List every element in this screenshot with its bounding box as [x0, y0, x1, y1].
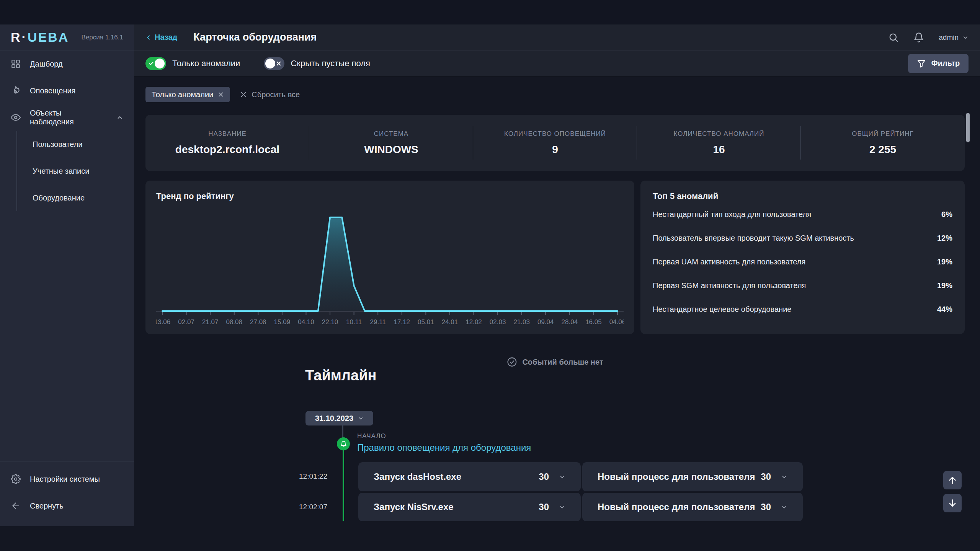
- active-filters-row: Только аномалии Сбросить все: [145, 87, 300, 102]
- scroll-down-button[interactable]: [943, 494, 962, 512]
- no-more-events-notice: Событий больше нет: [507, 357, 603, 367]
- back-button[interactable]: Назад: [145, 33, 177, 42]
- bell-icon[interactable]: [913, 32, 924, 43]
- sidebar-footer: Настройки системы Свернуть: [0, 461, 134, 526]
- event-card[interactable]: Запуск dasHost.exe 30: [358, 462, 581, 491]
- sidebar-item-accounts[interactable]: Учетные записи: [17, 158, 134, 184]
- x-axis-label: 29.11: [370, 318, 386, 326]
- app-root: R·UEBA Версия 1.16.1 Дашборд Оповещения …: [0, 0, 980, 551]
- x-axis-label: 04.10: [298, 318, 314, 326]
- anomaly-row: Нестандартный тип входа для пользователя…: [653, 202, 952, 226]
- page-title: Карточка оборудования: [193, 31, 317, 43]
- chart-title: Тренд по рейтингу: [156, 191, 624, 201]
- sidebar-collapse-button[interactable]: Свернуть: [0, 492, 134, 519]
- brand-logo: R·UEBA Версия 1.16.1: [0, 24, 134, 51]
- top-anomalies-title: Топ 5 аномалий: [653, 191, 952, 201]
- sidebar-item-system-settings[interactable]: Настройки системы: [0, 466, 134, 492]
- sidebar-item-label: Оборудование: [33, 194, 85, 202]
- x-axis-label: 05.01: [418, 318, 434, 326]
- x-axis-label: 02.03: [490, 318, 506, 326]
- stat-total-rating: ОБЩИЙ РЕЙТИНГ 2 255: [801, 115, 965, 171]
- sidebar-item-label: Настройки системы: [30, 475, 100, 484]
- stat-value: 2 255: [869, 143, 896, 156]
- toggle-hide-empty-switch[interactable]: [264, 57, 284, 70]
- user-menu[interactable]: admin: [939, 33, 969, 42]
- stat-label: НАЗВАНИЕ: [208, 130, 247, 138]
- x-axis-label: 10.11: [346, 318, 362, 326]
- timeline-date-value: 31.10.2023: [315, 414, 353, 423]
- x-axis-label: 04.06: [609, 318, 624, 326]
- page-scrollbar-thumb[interactable]: [966, 113, 970, 142]
- event-name: Запуск dasHost.exe: [374, 471, 461, 482]
- chevron-down-icon[interactable]: [559, 474, 565, 480]
- search-icon[interactable]: [888, 32, 899, 43]
- chevron-down-icon[interactable]: [781, 504, 787, 510]
- clear-all-label: Сбросить все: [252, 90, 300, 99]
- sidebar-item-dashboard[interactable]: Дашборд: [0, 51, 134, 77]
- main-content: Только аномалии Сбросить все НАЗВАНИЕ de…: [134, 77, 980, 551]
- chevron-down-icon[interactable]: [559, 504, 565, 510]
- arrow-up-icon: [947, 475, 957, 485]
- x-axis-label: 09.04: [537, 318, 554, 326]
- dashboard-grid-icon: [11, 59, 21, 69]
- sidebar-item-observed-objects[interactable]: Объекты наблюдения: [0, 104, 134, 131]
- x-axis-label: 16.05: [585, 318, 602, 326]
- x-axis-label: 22.10: [322, 318, 338, 326]
- check-circle-icon: [507, 357, 517, 367]
- stat-value: 16: [713, 143, 725, 156]
- username: admin: [939, 33, 959, 42]
- filter-chip-only-anomalies[interactable]: Только аномалии: [145, 87, 230, 102]
- sidebar-item-users[interactable]: Пользователи: [17, 131, 134, 158]
- close-icon[interactable]: [218, 91, 224, 98]
- eye-icon: [11, 112, 21, 122]
- event-score: 30: [761, 502, 771, 512]
- toggle-only-anomalies[interactable]: Только аномалии: [145, 57, 240, 70]
- event-card[interactable]: Новый процесс для пользователя 30: [582, 493, 803, 521]
- toggle-only-anomalies-switch[interactable]: [145, 57, 166, 70]
- sidebar-item-equipment[interactable]: Оборудование: [17, 184, 134, 211]
- sidebar-item-label: Объекты наблюдения: [30, 109, 107, 126]
- sidebar: R·UEBA Версия 1.16.1 Дашборд Оповещения …: [0, 24, 134, 526]
- timeline-date-select[interactable]: 31.10.2023: [305, 411, 373, 425]
- anomaly-percent: 44%: [937, 305, 952, 314]
- event-time: 12:02:07: [281, 503, 327, 511]
- x-axis-label: 24.01: [442, 318, 458, 326]
- page-header: Назад Карточка оборудования admin: [134, 24, 980, 51]
- top-anomalies-list: Нестандартный тип входа для пользователя…: [653, 202, 952, 321]
- header-actions: admin: [888, 32, 969, 43]
- timeline-start-label: НАЧАЛО: [357, 432, 386, 440]
- anomaly-row: Пользователь впервые проводит такую SGM …: [653, 226, 952, 250]
- stat-label: КОЛИЧЕСТВО АНОМАЛИЙ: [674, 130, 764, 138]
- version-label: Версия 1.16.1: [82, 34, 123, 41]
- x-icon: [276, 61, 281, 66]
- rating-trend-chart: 13.0602.0721.0708.0827.0815.0904.1022.10…: [156, 207, 624, 329]
- anomaly-name: Пользователь впервые проводит такую SGM …: [653, 234, 854, 243]
- summary-stats-card: НАЗВАНИЕ desktop2.rconf.local СИСТЕМА WI…: [145, 115, 965, 171]
- chevron-up-icon: [116, 114, 123, 121]
- x-axis-label: 08.08: [226, 318, 242, 326]
- toggle-hide-empty[interactable]: Скрыть пустые поля: [264, 57, 370, 70]
- scroll-up-button[interactable]: [943, 471, 962, 489]
- alert-rule-link[interactable]: Правило оповещения для оборудования: [357, 442, 531, 453]
- chevron-down-icon[interactable]: [781, 474, 787, 480]
- x-axis-label: 02.07: [178, 318, 194, 326]
- sidebar-item-alerts[interactable]: Оповещения: [0, 77, 134, 104]
- anomaly-percent: 19%: [937, 281, 952, 290]
- stat-label: СИСТЕМА: [374, 130, 408, 138]
- brand-r: R: [11, 30, 21, 45]
- anomaly-name: Первая UAM активность для пользователя: [653, 258, 805, 266]
- event-card[interactable]: Новый процесс для пользователя 30: [582, 462, 803, 491]
- clear-all-filters-button[interactable]: Сбросить все: [240, 90, 300, 99]
- filter-button[interactable]: Фильтр: [908, 54, 969, 73]
- event-card[interactable]: Запуск NisSrv.exe 30: [358, 493, 581, 521]
- no-more-events-label: Событий больше нет: [522, 358, 603, 367]
- chevron-down-icon: [358, 416, 364, 421]
- anomaly-name: Нестандартное целевое оборудование: [653, 305, 791, 314]
- check-icon: [149, 61, 154, 66]
- observed-objects-submenu: Пользователи Учетные записи Оборудование: [16, 131, 134, 211]
- brand-text: R·UEBA: [11, 30, 69, 45]
- stat-system: СИСТЕМА WINDOWS: [309, 115, 473, 171]
- x-axis-label: 21.03: [513, 318, 530, 326]
- event-score: 30: [761, 471, 771, 482]
- event-name: Запуск NisSrv.exe: [374, 502, 454, 512]
